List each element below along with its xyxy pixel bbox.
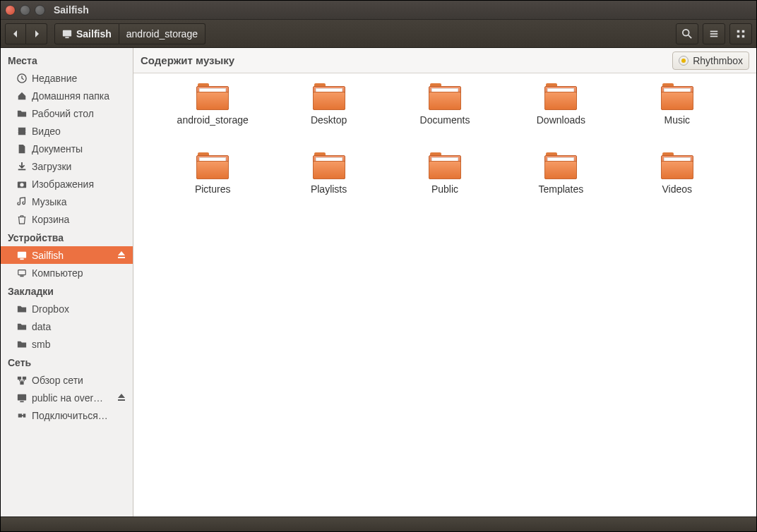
svg-rect-29 xyxy=(20,401,23,402)
sidebar-item-pictures[interactable]: Изображения xyxy=(1,175,133,193)
svg-rect-5 xyxy=(710,33,718,35)
sidebar-item-label: Музыка xyxy=(32,196,126,207)
open-in-app-button[interactable]: Rhythmbox xyxy=(672,52,749,70)
sidebar-header-network: Сеть xyxy=(1,353,133,371)
folder-item[interactable]: Pictures xyxy=(163,152,262,216)
sidebar-item-label: Компьютер xyxy=(32,267,126,279)
sidebar-item-home[interactable]: Домашняя папка xyxy=(1,87,133,104)
folder-icon xyxy=(313,83,345,111)
folder-label: Downloads xyxy=(537,114,585,126)
list-icon xyxy=(709,29,719,39)
svg-rect-17 xyxy=(25,131,27,132)
toolbar: Sailfish android_storage xyxy=(1,20,756,48)
view-list-button[interactable] xyxy=(703,23,725,44)
window-maximize-button[interactable] xyxy=(35,5,45,16)
folder-label: Documents xyxy=(420,114,470,126)
folder-icon xyxy=(15,322,29,332)
folder-item[interactable]: Templates xyxy=(511,152,610,216)
home-icon xyxy=(15,91,29,101)
folder-label: Videos xyxy=(662,183,693,195)
sidebar-item-smb[interactable]: smb xyxy=(1,335,133,353)
sidebar-item-documents[interactable]: Документы xyxy=(1,140,133,157)
svg-rect-4 xyxy=(710,30,718,32)
folder-item[interactable]: Videos xyxy=(628,152,727,216)
svg-rect-30 xyxy=(18,413,22,417)
sidebar-item-connect[interactable]: Подключиться… xyxy=(1,406,133,424)
svg-rect-8 xyxy=(742,30,745,32)
breadcrumb-root[interactable]: Sailfish xyxy=(54,23,119,44)
folder-item[interactable]: Playlists xyxy=(280,152,378,216)
document-icon xyxy=(15,144,29,154)
svg-rect-13 xyxy=(17,128,18,129)
svg-rect-6 xyxy=(710,35,718,37)
folder-grid[interactable]: android_storageDesktopDocumentsDownloads… xyxy=(133,73,756,516)
forward-button[interactable] xyxy=(26,23,47,44)
sidebar-item-label: smb xyxy=(32,339,126,350)
folder-icon xyxy=(196,83,229,111)
window-close-button[interactable] xyxy=(5,5,16,16)
svg-rect-31 xyxy=(23,413,26,417)
folder-item[interactable]: Public xyxy=(395,152,494,216)
folder-icon xyxy=(661,83,693,111)
sidebar-item-music[interactable]: Музыка xyxy=(1,193,133,210)
folder-label: Music xyxy=(664,114,691,126)
download-icon xyxy=(15,162,29,171)
sidebar-item-videos[interactable]: Видео xyxy=(1,122,133,140)
window-minimize-button[interactable] xyxy=(20,5,30,16)
share-icon xyxy=(15,393,29,403)
sidebar: Места Недавние Домашняя папка Рабочий ст… xyxy=(1,48,133,516)
breadcrumb: Sailfish android_storage xyxy=(54,23,205,44)
folder-label: Pictures xyxy=(195,183,231,195)
folder-icon xyxy=(661,152,693,181)
sidebar-item-downloads[interactable]: Загрузки xyxy=(1,157,133,175)
device-icon xyxy=(62,29,72,39)
sidebar-item-label: Подключиться… xyxy=(32,410,126,421)
device-icon xyxy=(15,250,29,260)
folder-icon xyxy=(313,152,345,181)
svg-rect-10 xyxy=(742,35,745,37)
sidebar-item-label: Обзор сети xyxy=(32,375,126,386)
sidebar-header-places: Места xyxy=(1,51,133,69)
sidebar-item-trash[interactable]: Корзина xyxy=(1,210,133,228)
folder-label: Public xyxy=(431,183,458,195)
svg-rect-1 xyxy=(65,37,68,38)
sidebar-item-data[interactable]: data xyxy=(1,318,133,335)
footer-bar xyxy=(1,516,756,531)
connect-icon xyxy=(15,411,29,421)
folder-label: Playlists xyxy=(311,183,347,195)
eject-button[interactable] xyxy=(117,392,126,404)
titlebar[interactable]: Sailfish xyxy=(1,1,756,20)
computer-icon xyxy=(15,268,29,278)
sidebar-item-dropbox[interactable]: Dropbox xyxy=(1,300,133,318)
folder-label: Desktop xyxy=(311,114,347,126)
back-button[interactable] xyxy=(5,23,26,44)
window-title: Sailfish xyxy=(54,4,89,16)
breadcrumb-current[interactable]: android_storage xyxy=(119,23,205,44)
folder-item[interactable]: Music xyxy=(628,83,727,147)
search-icon xyxy=(682,29,692,39)
info-bar: Содержит музыку Rhythmbox xyxy=(133,48,756,73)
body-area: Места Недавние Домашняя папка Рабочий ст… xyxy=(1,48,756,516)
breadcrumb-root-label: Sailfish xyxy=(76,28,112,40)
eject-button[interactable] xyxy=(117,250,126,261)
svg-rect-24 xyxy=(20,275,23,277)
search-button[interactable] xyxy=(676,23,698,44)
folder-label: android_storage xyxy=(177,114,249,126)
sidebar-item-label: Корзина xyxy=(32,214,126,225)
svg-rect-23 xyxy=(18,270,26,274)
sidebar-item-sailfish[interactable]: Sailfish xyxy=(1,246,133,264)
sidebar-header-bookmarks: Закладки xyxy=(1,282,133,300)
sidebar-item-computer[interactable]: Компьютер xyxy=(1,264,133,282)
sidebar-item-browse-net[interactable]: Обзор сети xyxy=(1,371,133,389)
info-label: Содержит музыку xyxy=(141,54,234,66)
sidebar-item-recent[interactable]: Недавние xyxy=(1,69,133,87)
sidebar-item-desktop[interactable]: Рабочий стол xyxy=(1,104,133,122)
view-grid-button[interactable] xyxy=(729,23,752,44)
svg-rect-26 xyxy=(23,376,26,379)
sidebar-item-public-share[interactable]: public на over… xyxy=(1,389,133,406)
folder-item[interactable]: Documents xyxy=(395,83,494,147)
folder-item[interactable]: android_storage xyxy=(163,83,262,147)
folder-item[interactable]: Desktop xyxy=(280,83,378,147)
folder-icon xyxy=(429,83,461,111)
folder-item[interactable]: Downloads xyxy=(511,83,610,147)
